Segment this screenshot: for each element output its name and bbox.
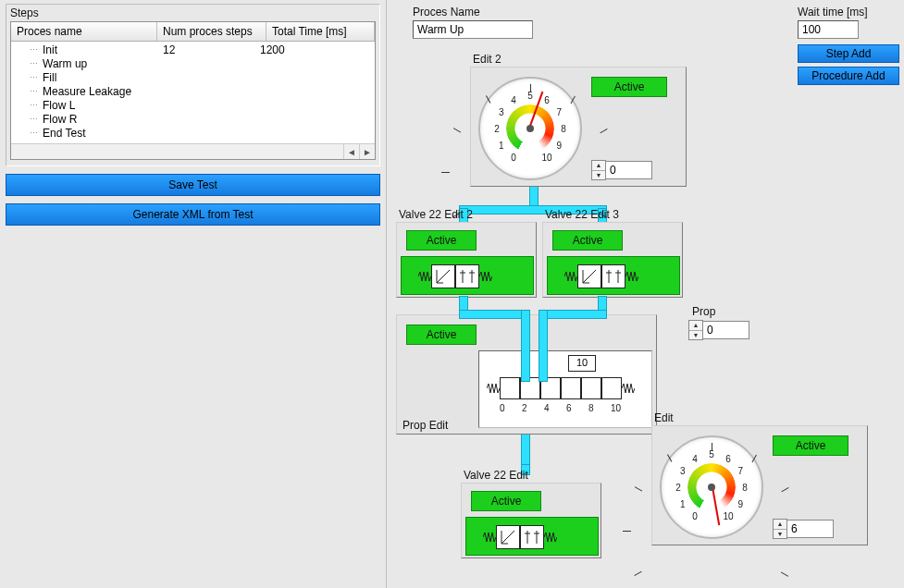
scroll-left-icon[interactable]: ◄ bbox=[343, 144, 359, 159]
steps-group: Steps Proces name Num proces steps Total… bbox=[6, 4, 380, 166]
svg-line-5 bbox=[583, 270, 596, 283]
valve-left-active-button[interactable]: Active bbox=[406, 230, 477, 251]
spinner-up-icon[interactable]: ▲ bbox=[774, 520, 786, 530]
wait-time-field[interactable]: 100 bbox=[798, 20, 859, 39]
gauge-bottom-spinner-value[interactable]: 6 bbox=[787, 520, 834, 538]
spinner-up-icon[interactable]: ▲ bbox=[592, 161, 605, 171]
valve-left-panel: Valve 22 Edit 2 Active bbox=[396, 222, 537, 298]
valve-bottom-panel: Valve 22 Edit Active bbox=[461, 483, 601, 558]
gauge-top-title: Edit 2 bbox=[473, 53, 502, 66]
gauge-top-panel: Edit 2 Active 012345678910 ▲▼ 0 bbox=[470, 67, 687, 187]
prop-spinner[interactable]: ▲▼ 0 bbox=[688, 320, 749, 340]
gauge-top[interactable]: 012345678910 bbox=[478, 77, 582, 180]
prop-edit-active-button[interactable]: Active bbox=[406, 325, 477, 345]
svg-line-10 bbox=[502, 531, 514, 544]
valve-left-block bbox=[401, 256, 534, 295]
proces-name-label: Proces Name bbox=[413, 6, 480, 18]
prop-edit-title: Prop Edit bbox=[402, 419, 448, 432]
wait-time-label: Wait time [ms] bbox=[798, 6, 868, 18]
gauge-top-spinner[interactable]: ▲▼ 0 bbox=[591, 160, 652, 180]
col-header-time[interactable]: Total Time [ms] bbox=[266, 22, 375, 41]
svg-line-0 bbox=[437, 270, 450, 283]
prop-spinner-label: Prop bbox=[692, 305, 715, 318]
prop-spinner-value[interactable]: 0 bbox=[703, 321, 749, 339]
steps-group-label: Steps bbox=[10, 6, 376, 19]
valve-symbol-icon bbox=[431, 264, 455, 288]
table-scrollbar[interactable]: ◄ ► bbox=[11, 143, 375, 159]
col-header-name[interactable]: Proces name bbox=[11, 22, 157, 41]
table-row[interactable]: ⋯Init121200 bbox=[11, 43, 375, 57]
prop-schematic: 10 0246810 bbox=[478, 350, 652, 428]
proces-name-field[interactable]: Warm Up bbox=[413, 20, 533, 39]
table-row[interactable]: ⋯Fill bbox=[11, 71, 375, 85]
spinner-down-icon[interactable]: ▼ bbox=[592, 171, 605, 180]
table-row[interactable]: ⋯Flow L bbox=[11, 99, 375, 113]
valve-bottom-block bbox=[465, 517, 599, 556]
valve-bottom-title: Valve 22 Edit bbox=[464, 469, 528, 482]
valve-right-active-button[interactable]: Active bbox=[552, 230, 623, 251]
valve-symbol-icon bbox=[455, 264, 479, 288]
step-add-button[interactable]: Step Add bbox=[798, 44, 899, 63]
spinner-down-icon[interactable]: ▼ bbox=[689, 331, 702, 340]
gauge-bottom-panel: Edit Active 012345678910 ▲▼ 6 bbox=[651, 425, 868, 545]
table-row[interactable]: ⋯Flow R bbox=[11, 113, 375, 127]
valve-right-panel: Valve 22 Edit 3 Active bbox=[542, 222, 683, 298]
valve-right-title: Valve 22 Edit 3 bbox=[545, 208, 619, 221]
canvas-area: Proces Name Warm Up Wait time [ms] 100 S… bbox=[387, 0, 904, 588]
scroll-right-icon[interactable]: ► bbox=[359, 144, 375, 159]
procedure-add-button[interactable]: Procedure Add bbox=[798, 67, 899, 85]
valve-symbol-icon bbox=[520, 525, 544, 549]
valve-bottom-active-button[interactable]: Active bbox=[471, 491, 541, 511]
table-row[interactable]: ⋯End Test bbox=[11, 127, 375, 141]
generate-xml-button[interactable]: Generate XML from Test bbox=[6, 203, 380, 226]
gauge-bottom-active-button[interactable]: Active bbox=[773, 435, 848, 456]
gauge-bottom-spinner[interactable]: ▲▼ 6 bbox=[773, 519, 834, 539]
gauge-bottom-title: Edit bbox=[654, 411, 674, 424]
valve-symbol-icon bbox=[577, 264, 601, 288]
steps-table[interactable]: Proces name Num proces steps Total Time … bbox=[10, 21, 376, 160]
valve-symbol-icon bbox=[496, 525, 520, 549]
spinner-up-icon[interactable]: ▲ bbox=[689, 321, 702, 331]
table-row[interactable]: ⋯Warm up bbox=[11, 57, 375, 71]
valve-left-title: Valve 22 Edit 2 bbox=[399, 208, 473, 221]
table-row[interactable]: ⋯Measure Leakage bbox=[11, 85, 375, 99]
gauge-bottom[interactable]: 012345678910 bbox=[660, 435, 763, 539]
save-test-button[interactable]: Save Test bbox=[6, 174, 380, 196]
col-header-num[interactable]: Num proces steps bbox=[157, 22, 266, 41]
gauge-top-spinner-value[interactable]: 0 bbox=[606, 161, 652, 179]
prop-slider-value: 10 bbox=[568, 355, 596, 372]
spinner-down-icon[interactable]: ▼ bbox=[774, 530, 786, 539]
gauge-top-active-button[interactable]: Active bbox=[591, 77, 667, 97]
valve-right-block bbox=[547, 256, 680, 295]
steps-table-header: Proces name Num proces steps Total Time … bbox=[11, 22, 375, 42]
valve-symbol-icon bbox=[601, 264, 625, 288]
